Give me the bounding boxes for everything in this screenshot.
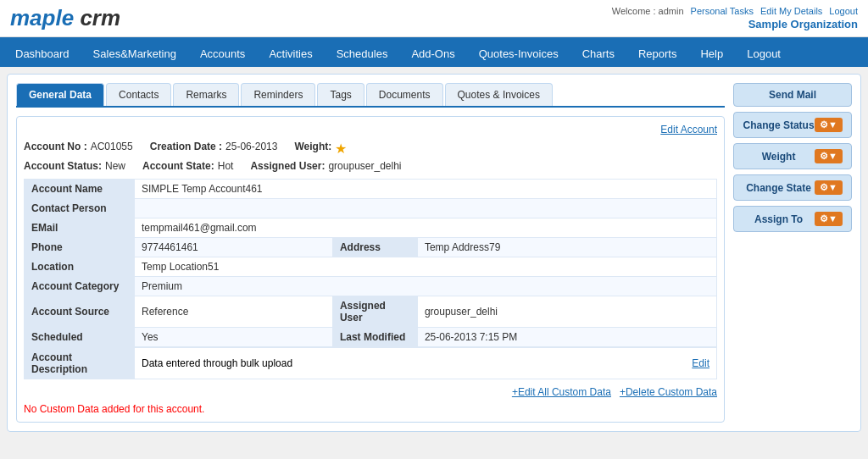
change-state-button[interactable]: Change State ⚙▼	[733, 174, 852, 201]
field-value2-3: Temp Address79	[417, 238, 716, 257]
field-value-4: Temp Location51	[135, 257, 717, 277]
account-status-cell: Account Status: New	[24, 160, 125, 172]
delete-custom-data-link[interactable]: +Delete Custom Data	[620, 386, 717, 398]
field-label2-6: Assigned User	[332, 296, 417, 328]
nav-item-activities[interactable]: Activities	[257, 41, 324, 67]
logout-top-link[interactable]: Logout	[829, 6, 858, 16]
table-row: Contact Person	[25, 199, 717, 218]
assign-to-button[interactable]: Assign To ⚙▼	[733, 206, 852, 232]
change-state-arrow[interactable]: ⚙▼	[815, 180, 843, 195]
logo: maple crm	[10, 5, 120, 31]
tab-general-data[interactable]: General Data	[16, 83, 104, 106]
nav-item-accounts[interactable]: Accounts	[188, 41, 257, 67]
edit-account-link[interactable]: Edit Account	[24, 124, 717, 135]
nav-item-charts[interactable]: Charts	[570, 41, 626, 67]
send-mail-button[interactable]: Send Mail	[733, 83, 852, 107]
change-state-label: Change State	[743, 182, 815, 194]
change-status-label: Change Status	[743, 119, 815, 131]
table-row: Account CategoryPremium	[25, 277, 717, 296]
table-row: Account NameSIMPLE Temp Account461	[25, 180, 717, 199]
field-label-0: Account Name	[25, 180, 135, 199]
creation-date-cell: Creation Date : 25-06-2013	[150, 141, 278, 157]
tabs: General DataContactsRemarksRemindersTags…	[16, 83, 725, 108]
field-label-2: EMail	[25, 218, 135, 238]
account-status-label: Account Status:	[24, 160, 102, 172]
change-status-button[interactable]: Change Status ⚙▼	[733, 112, 852, 138]
data-table: Account NameSIMPLE Temp Account461Contac…	[24, 179, 717, 347]
assigned-user-cell: Assigned User: groupuser_delhi	[250, 160, 401, 172]
field-value-5: Premium	[135, 277, 717, 296]
sidebar: Send Mail Change Status ⚙▼ Weight ⚙▼ Cha…	[733, 83, 852, 423]
weight-button[interactable]: Weight ⚙▼	[733, 143, 852, 169]
personal-tasks-link[interactable]: Personal Tasks	[691, 6, 754, 16]
tab-reminders[interactable]: Reminders	[241, 83, 315, 106]
description-table: Account Description Data entered through…	[24, 347, 717, 379]
top-right: Welcome : admin Personal Tasks Edit My D…	[612, 6, 858, 30]
tab-quotes---invoices[interactable]: Quotes & Invoices	[445, 83, 553, 106]
table-row: ScheduledYesLast Modified25-06-2013 7:15…	[25, 328, 717, 347]
field-label-1: Contact Person	[25, 199, 135, 218]
account-no-label: Account No :	[24, 141, 87, 157]
account-status-value: New	[105, 160, 125, 172]
custom-links: +Edit All Custom Data +Delete Custom Dat…	[24, 386, 717, 398]
field-label-6: Account Source	[25, 296, 135, 328]
change-status-arrow[interactable]: ⚙▼	[815, 118, 843, 132]
field-label-3: Phone	[25, 238, 135, 257]
account-state-label: Account State:	[142, 160, 214, 172]
nav-item-reports[interactable]: Reports	[626, 41, 689, 67]
nav-bar: DashboardSales&MarketingAccountsActiviti…	[0, 37, 868, 67]
top-header: maple crm Welcome : admin Personal Tasks…	[0, 0, 868, 37]
weight-arrow[interactable]: ⚙▼	[815, 149, 843, 163]
weight-label: Weight:	[294, 141, 331, 157]
logo-crm: crm	[74, 5, 120, 30]
top-links: Welcome : admin Personal Tasks Edit My D…	[612, 6, 858, 16]
tab-contacts[interactable]: Contacts	[106, 83, 171, 106]
creation-date-value: 25-06-2013	[225, 141, 277, 157]
field-value2-7: 25-06-2013 7:15 PM	[417, 328, 716, 347]
description-label: Account Description	[25, 348, 135, 379]
account-state-value: Hot	[218, 160, 234, 172]
field-label2-7: Last Modified	[332, 328, 417, 347]
field-value-6: Reference	[135, 296, 333, 328]
no-custom-message: No Custom Data added for this account.	[24, 403, 717, 415]
tab-documents[interactable]: Documents	[366, 83, 443, 106]
nav-item-logout[interactable]: Logout	[735, 41, 793, 67]
field-value-2: tempmail461@gmail.com	[135, 218, 717, 238]
description-edit-link[interactable]: Edit	[692, 357, 709, 369]
nav-item-schedules[interactable]: Schedules	[325, 41, 400, 67]
creation-date-label: Creation Date :	[150, 141, 222, 157]
table-row: Account SourceReferenceAssigned Usergrou…	[25, 296, 717, 328]
logo-maple: maple	[10, 5, 74, 30]
content-area: General DataContactsRemarksRemindersTags…	[16, 83, 725, 423]
field-value-7: Yes	[135, 328, 333, 347]
nav-item-add-ons[interactable]: Add-Ons	[399, 41, 466, 67]
tab-tags[interactable]: Tags	[317, 83, 364, 106]
account-no-value: AC01055	[91, 141, 133, 157]
welcome-text: Welcome : admin	[612, 6, 684, 16]
table-row: EMailtempmail461@gmail.com	[25, 218, 717, 238]
assigned-user-value: groupuser_delhi	[328, 160, 401, 172]
description-header: Data entered through bulk upload Edit	[142, 357, 709, 369]
field-value2-6: groupuser_delhi	[417, 296, 716, 328]
assigned-user-label: Assigned User:	[250, 160, 325, 172]
tab-remarks[interactable]: Remarks	[173, 83, 239, 106]
nav-item-quotes-invoices[interactable]: Quotes-Invoices	[467, 41, 570, 67]
table-row: LocationTemp Location51	[25, 257, 717, 277]
nav-item-sales-marketing[interactable]: Sales&Marketing	[81, 41, 188, 67]
account-content: Edit Account Account No : AC01055 Creati…	[16, 116, 725, 423]
field-label-5: Account Category	[25, 277, 135, 296]
account-info-row: Account No : AC01055 Creation Date : 25-…	[24, 141, 717, 157]
edit-my-details-link[interactable]: Edit My Details	[760, 6, 822, 16]
nav-item-dashboard[interactable]: Dashboard	[3, 41, 81, 67]
nav-item-help[interactable]: Help	[688, 41, 735, 67]
assign-to-arrow[interactable]: ⚙▼	[815, 212, 843, 226]
weight-label: Weight	[743, 151, 815, 163]
desc-text: Data entered through bulk upload	[142, 357, 292, 369]
field-label2-3: Address	[332, 238, 417, 257]
edit-custom-data-link[interactable]: +Edit All Custom Data	[512, 386, 611, 398]
table-row: Phone9774461461AddressTemp Address79	[25, 238, 717, 257]
field-label-4: Location	[25, 257, 135, 277]
main-content: General DataContactsRemarksRemindersTags…	[7, 74, 861, 432]
assign-to-label: Assign To	[743, 213, 815, 225]
account-state-cell: Account State: Hot	[142, 160, 233, 172]
